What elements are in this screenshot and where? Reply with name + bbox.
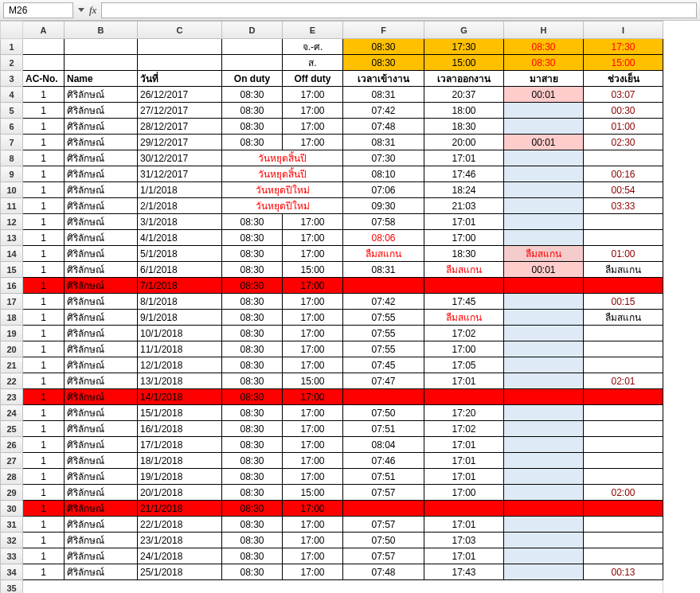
cell[interactable]: 17:00 xyxy=(283,533,343,548)
cell[interactable] xyxy=(504,548,584,564)
cell[interactable] xyxy=(504,166,584,182)
cell[interactable]: 1 xyxy=(23,469,65,485)
cell[interactable]: ศิริลักษณ์ xyxy=(65,230,138,246)
cell[interactable]: 17:02 xyxy=(424,421,504,437)
cell[interactable] xyxy=(584,278,663,294)
row-header-10[interactable]: 10 xyxy=(1,182,23,198)
cell[interactable] xyxy=(584,326,663,341)
table-header-cell[interactable]: เวลาเข้างาน xyxy=(343,71,424,87)
cell[interactable] xyxy=(424,278,504,294)
cell[interactable]: 17:05 xyxy=(424,357,504,373)
spreadsheet-grid[interactable]: ABCDEFGHI1จ.-ศ.08:3017:3008:3017:302ส.08… xyxy=(0,21,663,593)
cell[interactable]: 08:30 xyxy=(222,246,283,262)
cell[interactable]: 27/12/2017 xyxy=(138,103,222,119)
col-header-A[interactable]: A xyxy=(23,21,65,39)
cell[interactable]: 18:24 xyxy=(424,182,504,198)
cell[interactable]: วันหยุดสิ้นปี xyxy=(222,150,343,166)
cell[interactable] xyxy=(504,150,584,166)
cell[interactable]: 09:30 xyxy=(343,198,424,214)
table-header-cell[interactable]: วันที่ xyxy=(138,71,222,87)
cell[interactable]: 08:30 xyxy=(222,533,283,548)
cell[interactable] xyxy=(23,580,663,594)
cell[interactable] xyxy=(584,517,663,533)
table-header-cell[interactable]: On duty xyxy=(222,71,283,87)
cell[interactable]: 08:30 xyxy=(222,548,283,564)
cell[interactable]: ลืมสแกน xyxy=(504,246,584,262)
cell[interactable]: 17:00 xyxy=(283,214,343,230)
table-header-cell[interactable]: ช่วงเย็น xyxy=(584,71,663,87)
cell[interactable] xyxy=(504,421,584,437)
cell[interactable]: 17:00 xyxy=(283,421,343,437)
cell[interactable]: 07:06 xyxy=(343,182,424,198)
cell[interactable]: 08:30 xyxy=(504,55,584,71)
cell[interactable] xyxy=(222,39,283,55)
name-box-dropdown-icon[interactable] xyxy=(78,8,84,12)
cell[interactable]: 1 xyxy=(23,533,65,548)
cell[interactable]: 21/1/2018 xyxy=(138,501,222,517)
cell[interactable] xyxy=(504,103,584,119)
cell[interactable]: 17:43 xyxy=(424,564,504,580)
cell[interactable]: 18:00 xyxy=(424,103,504,119)
cell[interactable]: ศิริลักษณ์ xyxy=(65,310,138,326)
cell[interactable]: 1 xyxy=(23,246,65,262)
cell[interactable] xyxy=(65,55,138,71)
row-header-20[interactable]: 20 xyxy=(1,341,23,357)
cell[interactable]: 08:30 xyxy=(343,55,424,71)
cell[interactable] xyxy=(23,39,65,55)
cell[interactable] xyxy=(504,182,584,198)
row-header-14[interactable]: 14 xyxy=(1,246,23,262)
cell[interactable]: 08:30 xyxy=(222,278,283,294)
cell[interactable]: 17:00 xyxy=(283,278,343,294)
cell[interactable]: ศิริลักษณ์ xyxy=(65,119,138,135)
cell[interactable]: ศิริลักษณ์ xyxy=(65,469,138,485)
cell[interactable]: 00:13 xyxy=(584,564,663,580)
cell[interactable] xyxy=(504,405,584,421)
cell[interactable]: ศิริลักษณ์ xyxy=(65,278,138,294)
cell[interactable]: 08:30 xyxy=(222,341,283,357)
row-header-15[interactable]: 15 xyxy=(1,262,23,278)
cell[interactable] xyxy=(584,469,663,485)
cell[interactable] xyxy=(504,469,584,485)
cell[interactable] xyxy=(504,357,584,373)
cell[interactable]: 00:15 xyxy=(584,294,663,310)
cell[interactable]: ศิริลักษณ์ xyxy=(65,517,138,533)
cell[interactable]: 17:00 xyxy=(283,405,343,421)
row-header-31[interactable]: 31 xyxy=(1,517,23,533)
cell[interactable]: 3/1/2018 xyxy=(138,214,222,230)
row-header-17[interactable]: 17 xyxy=(1,294,23,310)
col-header-H[interactable]: H xyxy=(504,21,584,39)
cell[interactable]: 16/1/2018 xyxy=(138,421,222,437)
row-header-5[interactable]: 5 xyxy=(1,103,23,119)
cell[interactable] xyxy=(504,214,584,230)
cell[interactable]: 17:00 xyxy=(283,246,343,262)
cell[interactable]: ลืมสแกน xyxy=(584,310,663,326)
cell[interactable]: 1 xyxy=(23,310,65,326)
cell[interactable]: 12/1/2018 xyxy=(138,357,222,373)
cell[interactable]: 17:02 xyxy=(424,326,504,341)
cell[interactable]: วันหยุดปีใหม่ xyxy=(222,182,343,198)
cell[interactable]: ลืมสแกน xyxy=(424,262,504,278)
cell[interactable]: 17:00 xyxy=(283,437,343,453)
cell[interactable]: 08:30 xyxy=(222,501,283,517)
cell[interactable]: 03:07 xyxy=(584,87,663,103)
cell[interactable]: 08:30 xyxy=(222,230,283,246)
row-header-26[interactable]: 26 xyxy=(1,437,23,453)
cell[interactable] xyxy=(504,485,584,501)
col-header-I[interactable]: I xyxy=(584,21,663,39)
cell[interactable] xyxy=(343,389,424,405)
cell[interactable]: 17:00 xyxy=(283,310,343,326)
cell[interactable]: 1 xyxy=(23,564,65,580)
cell[interactable]: 1 xyxy=(23,373,65,389)
cell[interactable]: ศิริลักษณ์ xyxy=(65,182,138,198)
cell[interactable]: 26/12/2017 xyxy=(138,87,222,103)
cell[interactable]: 28/12/2017 xyxy=(138,119,222,135)
table-header-cell[interactable]: Name xyxy=(65,71,138,87)
cell[interactable]: 01:00 xyxy=(584,119,663,135)
cell[interactable]: 25/1/2018 xyxy=(138,564,222,580)
cell[interactable]: 1 xyxy=(23,421,65,437)
cell[interactable]: 1 xyxy=(23,150,65,166)
cell[interactable]: 6/1/2018 xyxy=(138,262,222,278)
cell[interactable]: 1 xyxy=(23,389,65,405)
cell[interactable]: 18:30 xyxy=(424,119,504,135)
cell[interactable]: 07:50 xyxy=(343,405,424,421)
